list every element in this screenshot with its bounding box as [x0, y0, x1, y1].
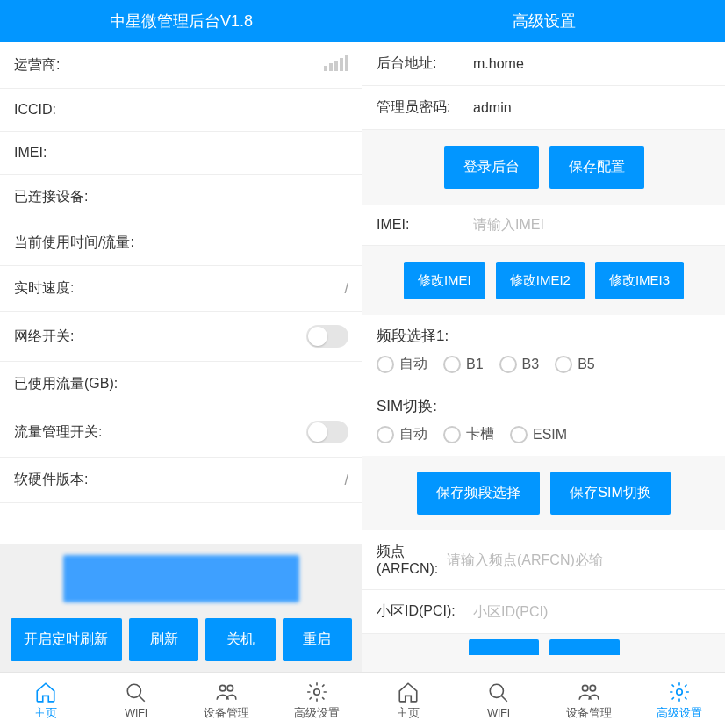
save-band-button[interactable]: 保存频段选择	[417, 472, 540, 515]
search-icon	[487, 681, 510, 704]
network-switch-row: 网络开关:	[0, 312, 362, 362]
modify-imei2-button[interactable]: 修改IMEI2	[496, 262, 585, 299]
svg-point-5	[490, 684, 503, 697]
tab-advanced[interactable]: 高级设置	[272, 673, 362, 728]
arfcn-input[interactable]	[447, 552, 711, 568]
main-pane: 中星微管理后台V1.8 运营商: ICCID: IMEI: 已连接设备: 当前使…	[0, 0, 362, 728]
network-switch-toggle[interactable]	[306, 325, 348, 348]
imei-row: IMEI:	[0, 132, 362, 175]
svg-point-8	[590, 685, 596, 691]
band-radio-b1[interactable]: B1	[443, 355, 484, 373]
modify-imei-button[interactable]: 修改IMEI	[404, 262, 485, 299]
advanced-title: 高级设置	[513, 11, 576, 32]
save-band-sim-group: 保存频段选择 保存SIM切换	[362, 456, 725, 530]
sim-section: SIM切换: 自动 卡槽 ESIM	[362, 386, 725, 456]
carrier-label: 运营商:	[14, 56, 60, 75]
save-config-button[interactable]: 保存配置	[549, 146, 644, 189]
signal-icon	[324, 55, 348, 75]
save-sim-button[interactable]: 保存SIM切换	[550, 472, 670, 515]
version-row: 软硬件版本: /	[0, 458, 362, 503]
gear-icon	[305, 681, 328, 703]
tab-bar-left: 主页 WiFi 设备管理 高级设置	[0, 672, 362, 728]
admin-pwd-input[interactable]	[473, 100, 711, 116]
home-icon	[397, 681, 420, 703]
app-header: 中星微管理后台V1.8	[0, 0, 362, 42]
tab-wifi[interactable]: WiFi	[90, 673, 181, 728]
sim-radio-esim[interactable]: ESIM	[510, 425, 567, 443]
band-radio-auto[interactable]: 自动	[377, 355, 427, 373]
people-icon	[215, 681, 238, 703]
tab-bar-right: 主页 WiFi 设备管理 高级设置	[362, 672, 725, 728]
used-data-row: 已使用流量(GB):	[0, 362, 362, 407]
pci-input[interactable]	[473, 604, 711, 620]
modify-imei3-button[interactable]: 修改IMEI3	[595, 262, 684, 299]
svg-point-3	[227, 685, 233, 691]
login-button-group: 登录后台 保存配置	[362, 130, 725, 205]
backend-addr-input[interactable]	[473, 56, 711, 72]
svg-point-2	[220, 685, 226, 691]
tab-devices[interactable]: 设备管理	[182, 673, 272, 728]
reboot-button[interactable]: 重启	[283, 618, 352, 661]
people-icon	[578, 681, 600, 703]
app-title: 中星微管理后台V1.8	[110, 11, 253, 32]
imei-input-row: IMEI:	[362, 205, 725, 246]
data-mgmt-toggle[interactable]	[306, 421, 348, 443]
tab-wifi-r[interactable]: WiFi	[453, 673, 543, 728]
svg-point-9	[677, 688, 683, 695]
sim-radio-slot[interactable]: 卡槽	[443, 425, 494, 443]
imei-input[interactable]	[473, 217, 711, 233]
redacted-block	[63, 555, 299, 602]
advanced-header: 高级设置	[362, 0, 725, 42]
login-button[interactable]: 登录后台	[444, 146, 539, 189]
home-icon	[34, 681, 57, 703]
search-icon	[125, 681, 147, 704]
arfcn-row: 频点(ARFCN):	[362, 530, 725, 590]
tab-home[interactable]: 主页	[0, 673, 90, 728]
carrier-row: 运营商:	[0, 42, 362, 89]
band-radio-b5[interactable]: B5	[555, 355, 595, 373]
refresh-button[interactable]: 刷新	[129, 618, 198, 661]
tab-devices-r[interactable]: 设备管理	[544, 673, 635, 728]
band-radio-b3[interactable]: B3	[499, 355, 540, 373]
band-section: 频段选择1: 自动 B1 B3 B5	[362, 315, 725, 386]
svg-line-1	[139, 696, 145, 702]
pci-row: 小区ID(PCI):	[362, 590, 725, 634]
advanced-pane: 高级设置 后台地址: 管理员密码: 登录后台 保存配置 IMEI: 修改IMEI…	[362, 0, 725, 728]
svg-point-7	[583, 685, 589, 691]
backend-addr-row: 后台地址:	[362, 42, 725, 86]
shutdown-button[interactable]: 关机	[205, 618, 275, 661]
imei-button-group: 修改IMEI 修改IMEI2 修改IMEI3	[362, 246, 725, 315]
svg-point-0	[127, 684, 140, 697]
realtime-speed-row: 实时速度: /	[0, 266, 362, 312]
auto-refresh-button[interactable]: 开启定时刷新	[11, 618, 122, 661]
tab-home-r[interactable]: 主页	[362, 673, 453, 728]
svg-line-6	[501, 696, 507, 702]
admin-pwd-row: 管理员密码:	[362, 86, 725, 130]
data-mgmt-switch-row: 流量管理开关:	[0, 407, 362, 458]
usage-time-row: 当前使用时间/流量:	[0, 220, 362, 266]
iccid-row: ICCID:	[0, 89, 362, 132]
gear-icon	[668, 681, 691, 703]
tab-advanced-r[interactable]: 高级设置	[635, 673, 725, 728]
svg-point-4	[314, 688, 320, 695]
action-footer: 开启定时刷新 刷新 关机 重启	[0, 544, 362, 672]
connected-devices-row: 已连接设备:	[0, 175, 362, 220]
peek-buttons	[362, 634, 725, 655]
sim-radio-auto[interactable]: 自动	[377, 425, 427, 443]
